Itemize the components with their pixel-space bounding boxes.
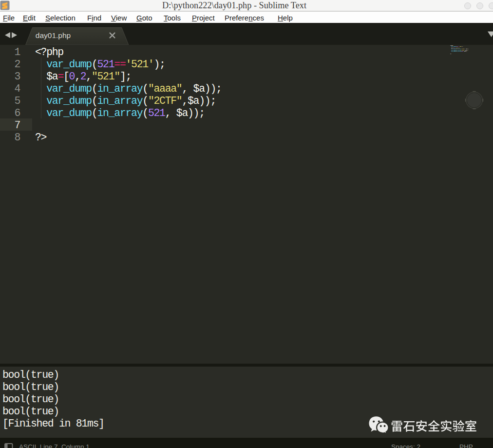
svg-text:day01.php: day01.php	[36, 31, 71, 39]
